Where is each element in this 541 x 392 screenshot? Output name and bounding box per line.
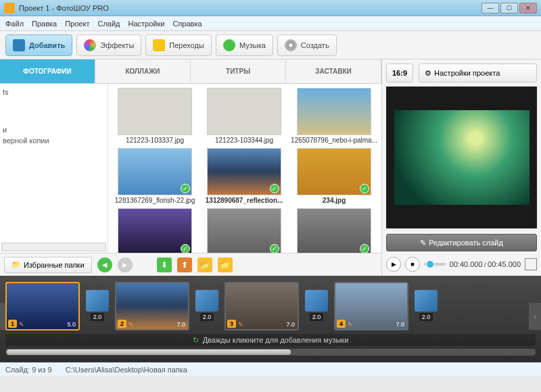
title-bar: Проект 1 - ФотоШОУ PRO — ☐ ✕ (0, 0, 541, 16)
menu-help[interactable]: Справка (172, 20, 202, 28)
pencil-icon: ✎ (128, 321, 134, 328)
tab-collages[interactable]: КОЛЛАЖИ (95, 59, 191, 83)
edit-slide-button[interactable]: ✎ Редактировать слайд (386, 234, 537, 251)
pencil-icon: ✎ (420, 239, 426, 247)
folder-star-icon: 📁 (11, 260, 21, 269)
slide-number: 2 (118, 320, 126, 328)
thumbnail-label: 1312890687_reflection... (202, 197, 287, 204)
menu-file[interactable]: Файл (5, 20, 24, 28)
thumbnail-image (297, 88, 371, 135)
timeline-next-button[interactable]: › (529, 303, 541, 330)
thumbnail-item[interactable]: ✓1281367269_florish-22.jpg (112, 148, 197, 204)
music-track[interactable]: ↻ Дважды кликните для добавления музыки (5, 334, 536, 346)
scrollbar-thumb[interactable] (7, 349, 291, 355)
effects-button[interactable]: Эффекты (76, 34, 141, 56)
pencil-icon: ✎ (238, 321, 243, 328)
menu-settings[interactable]: Настройки (128, 20, 165, 28)
transition-item[interactable]: 2.0 (304, 290, 329, 322)
transitions-label: Переходы (169, 41, 204, 49)
nav-forward-button[interactable]: ► (118, 258, 133, 272)
palette-icon (84, 39, 96, 51)
aspect-ratio-button[interactable]: 16:9 (386, 64, 413, 82)
close-button[interactable]: ✕ (519, 3, 537, 14)
stop-button[interactable]: ■ (405, 257, 420, 272)
time-display: 00:40.000 / 00:45.000 (450, 260, 521, 268)
thumbnail-item[interactable]: ✓1312890687_reflection... (202, 148, 287, 204)
fullscreen-button[interactable] (525, 258, 537, 270)
menu-edit[interactable]: Правка (32, 20, 57, 28)
thumbnail-label: 1281367269_florish-22.jpg (112, 197, 197, 204)
thumbnail-item[interactable]: 121223-103344.jpg (202, 88, 287, 144)
folder-icon[interactable]: 📁 (218, 258, 233, 272)
transition-item[interactable]: 2.0 (414, 290, 438, 322)
browser-toolbar: 📁 Избранные папки ◄ ► ⬇ ⬆ 📂 📁 (0, 253, 381, 276)
check-icon: ✓ (270, 244, 279, 253)
tab-photos[interactable]: ФОТОГРАФИИ (0, 59, 95, 83)
add-label: Добавить (29, 41, 65, 49)
slide-number: 4 (337, 320, 346, 328)
tab-screensavers[interactable]: ЗАСТАВКИ (286, 59, 381, 83)
thumbnail-label: 1265078796_nebo-i-palma... (291, 137, 377, 144)
music-button[interactable]: Музыка (216, 34, 273, 56)
thumbnail-image: ✓ (118, 148, 192, 195)
slide-number: 3 (227, 320, 236, 328)
timeline-slide[interactable]: 3✎7.0 (225, 282, 299, 330)
tree-scrollbar[interactable] (1, 243, 106, 251)
playback-controls: ▶ ■ 00:40.000 / 00:45.000 (386, 257, 537, 272)
seek-bar[interactable] (424, 263, 446, 266)
slide-duration: 7.0 (396, 321, 404, 328)
folder-tree[interactable]: ts и верной копии (0, 84, 108, 253)
timeline-slide[interactable]: 1✎5.0 (5, 282, 80, 330)
thumbnail-item[interactable]: ✓DSCF2281.JPG (202, 208, 287, 253)
thumbnail-item[interactable]: ✓DSCF2282.JPG (291, 208, 377, 253)
nav-back-button[interactable]: ◄ (97, 258, 112, 272)
tab-titles[interactable]: ТИТРЫ (191, 59, 286, 83)
gear-icon: ⚙ (425, 69, 431, 78)
transition-item[interactable]: 2.0 (195, 290, 219, 322)
slide-counter: Слайд: 9 из 9 (5, 366, 52, 374)
transition-duration: 2.0 (419, 313, 433, 321)
thumbnail-image: ✓ (297, 208, 371, 253)
menu-slide[interactable]: Слайд (97, 20, 120, 28)
check-icon: ✓ (181, 184, 190, 193)
menu-project[interactable]: Проект (65, 20, 89, 28)
add-button[interactable]: Добавить (5, 34, 72, 56)
transitions-button[interactable]: Переходы (145, 34, 212, 56)
thumbnail-item[interactable]: ✓74020915_975768ba1... (112, 208, 197, 253)
maximize-button[interactable]: ☐ (500, 3, 518, 14)
timeline-slide[interactable]: 4✎7.0 (334, 282, 408, 330)
create-label: Создать (301, 41, 329, 49)
content-tabs: ФОТОГРАФИИ КОЛЛАЖИ ТИТРЫ ЗАСТАВКИ (0, 59, 381, 84)
transition-icon (415, 290, 438, 312)
preview-image (394, 110, 530, 205)
transition-icon (195, 290, 218, 312)
transition-item[interactable]: 2.0 (85, 290, 110, 322)
seek-handle[interactable] (426, 260, 434, 268)
timeline-scrollbar[interactable] (5, 349, 536, 356)
favorites-button[interactable]: 📁 Избранные папки (4, 257, 92, 273)
create-button[interactable]: Создать (277, 34, 337, 56)
play-button[interactable]: ▶ (386, 257, 401, 272)
thumbnail-item[interactable]: ✓234.jpg (291, 148, 377, 204)
timeline-slide[interactable]: 2✎7.0 (115, 282, 189, 330)
download-icon[interactable]: ⬇ (157, 258, 172, 272)
thumbnail-image (118, 88, 192, 135)
thumbnail-image: ✓ (207, 148, 281, 195)
minimize-button[interactable]: — (481, 3, 499, 14)
thumbnail-image: ✓ (118, 208, 192, 253)
thumbnail-item[interactable]: 121223-103337.jpg (112, 88, 197, 144)
thumbnail-image: ✓ (297, 148, 371, 195)
upload-icon[interactable]: ⬆ (177, 258, 192, 272)
open-folder-icon[interactable]: 📂 (197, 258, 212, 272)
preview-panel (386, 87, 537, 228)
project-settings-button[interactable]: ⚙ Настройки проекта (419, 64, 537, 82)
folder-add-icon (13, 39, 25, 51)
transition-icon (86, 290, 109, 312)
edit-slide-label: Редактировать слайд (429, 239, 503, 247)
check-icon: ✓ (270, 184, 279, 193)
effects-label: Эффекты (100, 41, 134, 49)
thumbnail-label: 121223-103337.jpg (112, 137, 197, 144)
thumbnail-item[interactable]: 1265078796_nebo-i-palma... (291, 88, 377, 144)
thumbnail-image (207, 88, 281, 135)
window-title: Проект 1 - ФотоШОУ PRO (19, 4, 481, 12)
